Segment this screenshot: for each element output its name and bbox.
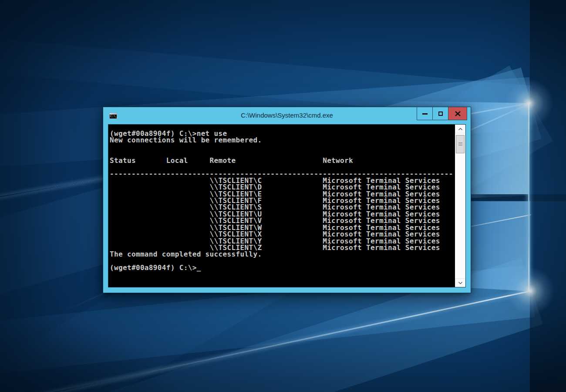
scroll-up-button[interactable]: [455, 125, 465, 133]
minimize-icon: [422, 113, 428, 115]
maximize-button[interactable]: [432, 107, 448, 120]
chevron-up-icon: [458, 128, 463, 131]
scrollbar-grip: [458, 142, 462, 146]
minimize-button[interactable]: [417, 107, 433, 120]
window-title: C:\Windows\System32\cmd.exe: [103, 107, 471, 124]
scrollbar[interactable]: [455, 125, 465, 287]
chevron-down-icon: [458, 281, 463, 284]
wallpaper-glint-top: [503, 77, 555, 129]
maximize-icon: [438, 112, 443, 116]
wallpaper-logo-edge-line: [528, 103, 529, 291]
cmd-window: C:\_ C:\Windows\System32\cmd.exe: [103, 107, 471, 293]
wallpaper-glint-bottom: [504, 265, 556, 317]
titlebar[interactable]: C:\_ C:\Windows\System32\cmd.exe: [103, 107, 471, 124]
terminal-output[interactable]: (wget#00a8904f) C:\>net use New connecti…: [108, 125, 455, 287]
close-button[interactable]: [448, 107, 467, 120]
close-icon: [455, 111, 461, 116]
desktop: C:\_ C:\Windows\System32\cmd.exe: [0, 0, 566, 392]
wallpaper-right-shade: [530, 0, 566, 392]
scrollbar-thumb[interactable]: [456, 135, 465, 153]
window-controls: [417, 107, 467, 121]
terminal-client-area: (wget#00a8904f) C:\>net use New connecti…: [108, 124, 466, 287]
scroll-down-button[interactable]: [455, 278, 465, 287]
